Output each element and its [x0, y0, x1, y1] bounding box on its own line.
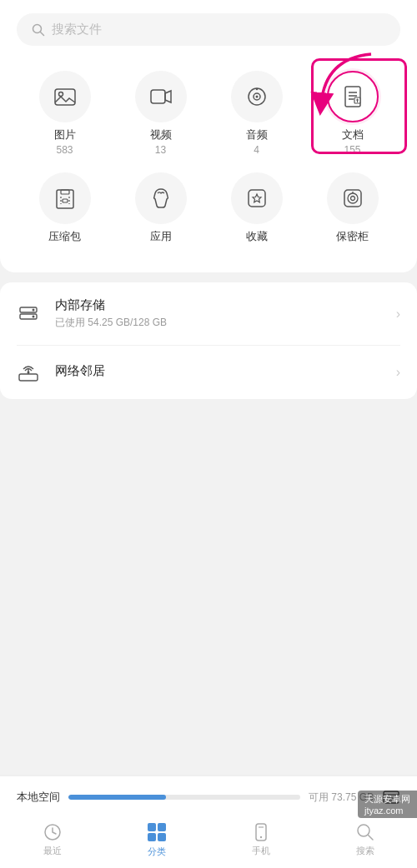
space-progress: [68, 795, 300, 800]
svg-rect-38: [158, 823, 166, 831]
tab-bar: 最近 分类 手机: [0, 815, 417, 868]
category-item-videos[interactable]: 视频 13: [113, 66, 208, 161]
bottom-bar: 本地空间 可用 73.75 GB 最近: [0, 775, 417, 868]
category-grid-row2: 压缩包 应用 收藏: [17, 167, 400, 249]
svg-point-8: [255, 88, 257, 90]
svg-point-29: [33, 315, 35, 317]
archive-label: 压缩包: [48, 229, 81, 244]
vault-icon-circle: [327, 172, 379, 224]
network-storage-chevron: ›: [396, 365, 400, 380]
network-storage-info: 网络邻居: [55, 363, 384, 382]
docs-count: 155: [344, 144, 360, 156]
internal-storage-item[interactable]: 内部存储 已使用 54.25 GB/128 GB ›: [17, 282, 400, 346]
phone-icon: [251, 822, 271, 842]
watermark-text: 天源安卓网jtyaz.com: [364, 794, 410, 816]
category-item-docs[interactable]: 文档 155: [304, 66, 400, 161]
svg-line-1: [41, 32, 44, 35]
tab-recent[interactable]: 最近: [28, 822, 78, 857]
docs-icon-circle: [327, 71, 379, 122]
audio-icon-circle: [231, 71, 283, 122]
internal-storage-chevron: ›: [396, 307, 400, 322]
top-section: 搜索文件 图片 583 视频 13: [0, 0, 417, 272]
search-bar[interactable]: 搜索文件: [17, 13, 400, 46]
favorites-icon-circle: [231, 172, 283, 224]
svg-point-42: [259, 836, 261, 838]
local-space-label: 本地空间: [17, 790, 60, 805]
storage-section: 内部存储 已使用 54.25 GB/128 GB › 网络邻居 ›: [0, 282, 417, 399]
tab-phone-label: 手机: [252, 845, 270, 857]
photos-icon-circle: [39, 71, 91, 122]
internal-storage-title: 内部存储: [55, 297, 384, 313]
category-item-archive[interactable]: 压缩包: [17, 167, 113, 249]
svg-rect-37: [148, 823, 156, 831]
tab-category-label: 分类: [148, 846, 166, 858]
videos-count: 13: [155, 144, 166, 156]
svg-point-24: [350, 197, 354, 201]
internal-storage-icon: [17, 302, 43, 326]
internal-storage-subtitle: 已使用 54.25 GB/128 GB: [55, 316, 384, 330]
category-grid-row1: 图片 583 视频 13 音频: [17, 66, 400, 161]
internal-storage-info: 内部存储 已使用 54.25 GB/128 GB: [55, 297, 384, 330]
svg-point-44: [358, 825, 369, 836]
search-icon: [32, 23, 45, 37]
audio-label: 音频: [246, 127, 268, 142]
docs-label: 文档: [342, 127, 364, 142]
svg-point-23: [348, 193, 358, 203]
svg-rect-4: [151, 90, 165, 103]
category-item-favorites[interactable]: 收藏: [208, 167, 304, 249]
recent-icon: [43, 822, 63, 842]
svg-rect-30: [19, 374, 38, 381]
svg-rect-2: [55, 89, 75, 105]
tab-search-label: 搜索: [356, 845, 374, 857]
svg-point-31: [28, 372, 30, 374]
space-progress-fill: [68, 795, 166, 800]
apps-icon-circle: [135, 172, 187, 224]
category-item-apps[interactable]: 应用: [113, 167, 208, 249]
network-storage-item[interactable]: 网络邻居 ›: [17, 346, 400, 399]
tab-recent-label: 最近: [43, 845, 62, 857]
apps-label: 应用: [150, 229, 172, 244]
category-item-vault[interactable]: 保密柜: [304, 167, 400, 249]
svg-point-7: [255, 96, 258, 98]
videos-label: 视频: [150, 127, 172, 142]
network-storage-title: 网络邻居: [55, 363, 384, 379]
content-spacer: [0, 409, 417, 692]
category-item-photos[interactable]: 图片 583: [17, 66, 113, 161]
audio-count: 4: [254, 144, 259, 156]
svg-point-28: [33, 308, 35, 311]
search-placeholder: 搜索文件: [52, 22, 102, 37]
photos-count: 583: [56, 144, 73, 156]
svg-rect-39: [148, 833, 156, 841]
tab-phone[interactable]: 手机: [236, 822, 286, 857]
favorites-label: 收藏: [246, 229, 268, 244]
svg-point-3: [58, 92, 63, 97]
category-icon: [146, 821, 168, 843]
tab-category[interactable]: 分类: [132, 821, 182, 858]
vault-label: 保密柜: [336, 229, 369, 244]
svg-rect-21: [249, 190, 265, 207]
videos-icon-circle: [135, 71, 187, 122]
photos-label: 图片: [54, 127, 76, 142]
category-item-audio[interactable]: 音频 4: [208, 66, 304, 161]
search2-icon: [355, 822, 375, 842]
network-storage-icon: [17, 361, 43, 384]
local-space-bar: 本地空间 可用 73.75 GB: [0, 776, 417, 815]
svg-rect-20: [63, 199, 68, 202]
tab-search[interactable]: 搜索: [340, 822, 390, 857]
svg-line-45: [368, 836, 373, 841]
svg-rect-40: [158, 833, 166, 841]
watermark: 天源安卓网jtyaz.com: [358, 791, 417, 818]
archive-icon-circle: [39, 172, 91, 224]
